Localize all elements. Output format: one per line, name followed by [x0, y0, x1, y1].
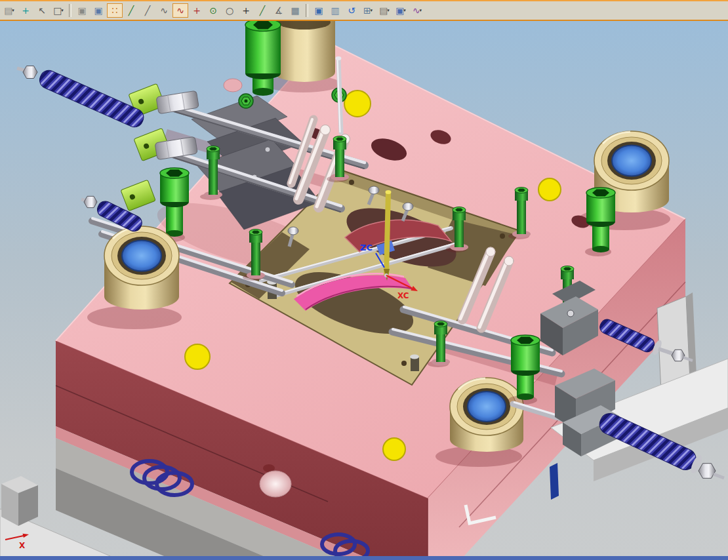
chevron-down-icon: ▾ — [12, 8, 14, 13]
tool-icon: ▤ — [4, 6, 12, 15]
tool-icon: + — [242, 6, 250, 15]
cross-icon[interactable]: + — [238, 3, 254, 18]
select-arrow-icon[interactable]: ↖ — [34, 3, 50, 18]
chevron-down-icon: ▾ — [403, 8, 406, 13]
tool-icon: ○ — [226, 6, 233, 15]
refresh-icon[interactable]: ↺ — [344, 3, 359, 18]
extrude-icon[interactable]: ▣ — [74, 3, 90, 18]
toolbar-separator — [69, 4, 71, 17]
cube-icon[interactable]: ▣ ▾ — [393, 3, 409, 18]
tool-icon: ∿ — [160, 6, 168, 15]
wear-plate — [550, 463, 559, 500]
axis-label-xc[interactable]: XC — [397, 291, 409, 300]
image-icon[interactable]: ▥ — [327, 3, 343, 18]
chevron-down-icon: ▾ — [420, 8, 422, 13]
measure-angle-icon[interactable]: ∡ — [271, 3, 287, 18]
tool-icon: ▣ — [314, 6, 323, 15]
chevron-down-icon: ▾ — [371, 8, 373, 13]
tool-icon: ▣ — [94, 6, 102, 15]
tool-icon: ↖ — [38, 6, 46, 15]
toolbar-separator — [306, 4, 308, 17]
curve-tool-icon[interactable]: ∿ ▾ — [409, 3, 425, 18]
axis-label-x: X — [19, 541, 26, 550]
tool-icon: + — [193, 6, 201, 15]
hex-nut — [672, 350, 685, 361]
selection-filter-icon[interactable]: ▤ ▾ — [1, 3, 17, 18]
line-green-icon[interactable]: ╱ — [123, 3, 139, 18]
pan-icon[interactable]: + — [18, 3, 33, 18]
tool-icon: ▦ — [291, 6, 299, 15]
layers-icon[interactable]: ▤ ▾ — [376, 3, 392, 18]
bottom-strip — [0, 556, 728, 560]
line-thin-icon[interactable]: ╱ — [254, 3, 270, 18]
chevron-down-icon: ▾ — [61, 8, 64, 13]
tool-icon: ▤ — [379, 6, 388, 15]
tool-icon: ▣ — [395, 6, 404, 15]
top-boss-cylinder[interactable] — [273, 21, 335, 82]
locating-dome — [260, 471, 291, 497]
circle-point-icon[interactable]: ⊙ — [205, 3, 221, 18]
tool-icon: ∷ — [112, 6, 118, 15]
hex-nut — [84, 196, 97, 207]
circle-icon[interactable]: ○ — [222, 3, 237, 18]
view-capture-icon[interactable]: ▣ — [311, 3, 327, 18]
tool-icon: ▣ — [77, 6, 86, 15]
arc-icon[interactable]: ∿ — [156, 3, 172, 18]
block-icon[interactable]: ▣ — [91, 3, 106, 18]
spreadsheet-icon[interactable]: ▦ — [287, 3, 303, 18]
3d-scene[interactable]: ZC XC X — [0, 21, 728, 560]
hex-nut — [23, 66, 37, 79]
graphics-window[interactable]: ZC XC X — [0, 21, 728, 560]
tool-icon: ⊙ — [209, 6, 217, 15]
tool-icon: □ — [53, 6, 62, 15]
tool-icon: ╱ — [145, 6, 150, 15]
left-clamp-cube[interactable] — [1, 476, 38, 526]
tool-icon: ╱ — [260, 6, 265, 15]
spline-icon[interactable]: ∿ — [172, 3, 188, 18]
chevron-down-icon: ▾ — [387, 8, 390, 13]
tool-icon: ╱ — [129, 6, 134, 15]
tool-icon: + — [22, 6, 30, 15]
toolbar: ▤ ▾ + ↖ □ ▾ ▣ ▣ ∷ ╱ ╱ ∿ ∿ + ⊙ ○ + — [0, 0, 728, 21]
point-icon[interactable]: + — [189, 3, 205, 18]
line-gray-icon[interactable]: ╱ — [140, 3, 155, 18]
point-set-icon[interactable]: ∷ — [107, 3, 123, 18]
grid-icon[interactable]: ⊞ ▾ — [360, 3, 376, 18]
tool-icon: ∡ — [275, 6, 283, 15]
axis-label-zc[interactable]: ZC — [360, 243, 373, 252]
rect-select-icon[interactable]: □ ▾ — [51, 3, 66, 18]
tool-icon: ▥ — [331, 6, 339, 15]
tool-icon: ↺ — [348, 6, 355, 15]
tool-icon: ∿ — [176, 6, 184, 15]
